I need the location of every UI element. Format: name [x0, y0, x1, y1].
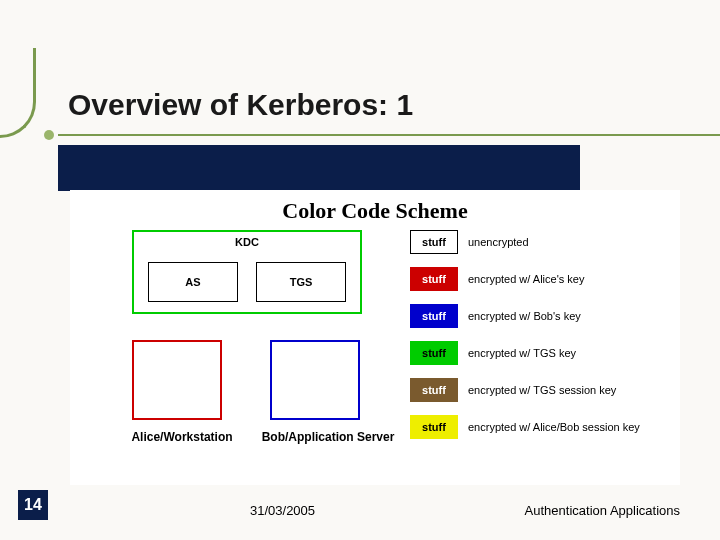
legend-row-tgs-key: stuff encrypted w/ TGS key: [410, 339, 670, 367]
legend-row-unencrypted: stuff unencrypted: [410, 228, 670, 256]
corner-accent: [0, 48, 36, 138]
legend-text: encrypted w/ TGS session key: [468, 384, 616, 396]
legend-text: encrypted w/ TGS key: [468, 347, 576, 359]
scheme-title: Color Code Scheme: [282, 198, 467, 224]
legend-row-bob-key: stuff encrypted w/ Bob's key: [410, 302, 670, 330]
legend-text: encrypted w/ Alice/Bob session key: [468, 421, 640, 433]
footer-date: 31/03/2005: [250, 503, 315, 518]
legend-text: encrypted w/ Bob's key: [468, 310, 581, 322]
accent-line: [58, 134, 720, 136]
swatch-blue: stuff: [410, 304, 458, 328]
as-box: AS: [148, 262, 238, 302]
slide-title: Overview of Kerberos: 1: [68, 88, 413, 122]
legend-row-alice-key: stuff encrypted w/ Alice's key: [410, 265, 670, 293]
legend-row-tgs-session-key: stuff encrypted w/ TGS session key: [410, 376, 670, 404]
tgs-box: TGS: [256, 262, 346, 302]
swatch-red: stuff: [410, 267, 458, 291]
swatch-brown: stuff: [410, 378, 458, 402]
legend-text: encrypted w/ Alice's key: [468, 273, 584, 285]
legend: stuff unencrypted stuff encrypted w/ Ali…: [410, 228, 670, 450]
swatch-green: stuff: [410, 341, 458, 365]
swatch-yellow: stuff: [410, 415, 458, 439]
page-number: 14: [18, 490, 48, 520]
title-underline-bar: [58, 145, 580, 191]
footer-topic: Authentication Applications: [525, 503, 680, 518]
bob-box: [270, 340, 360, 420]
kdc-label: KDC: [235, 236, 259, 248]
diagram-area: Color Code Scheme KDC AS TGS Alice/Works…: [70, 190, 680, 485]
kdc-box: KDC AS TGS: [132, 230, 362, 314]
legend-row-ab-session-key: stuff encrypted w/ Alice/Bob session key: [410, 413, 670, 441]
bullet-dot-icon: [44, 130, 54, 140]
alice-box: [132, 340, 222, 420]
alice-label: Alice/Workstation: [112, 430, 252, 444]
swatch-plain: stuff: [410, 230, 458, 254]
legend-text: unencrypted: [468, 236, 529, 248]
bob-label: Bob/Application Server: [248, 430, 408, 444]
